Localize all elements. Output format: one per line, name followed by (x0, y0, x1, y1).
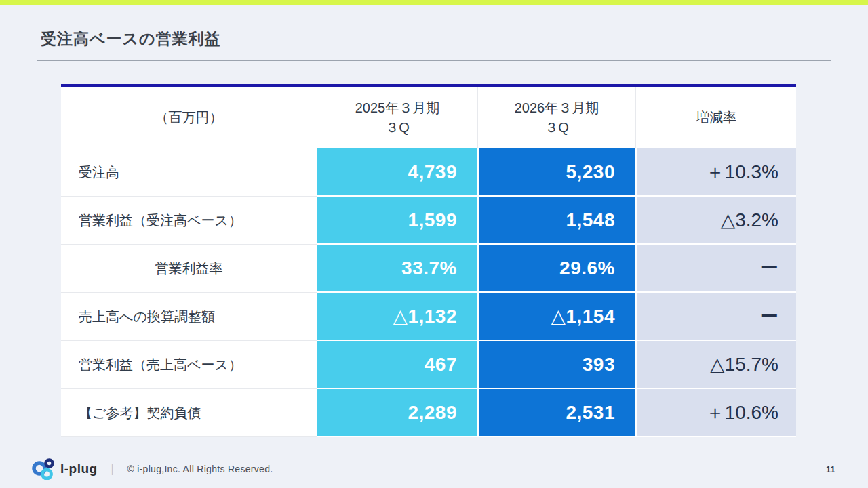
value-fy2025: 33.7% (317, 245, 477, 293)
copyright-text: © i-plug,Inc. All Rights Reserved. (127, 464, 273, 474)
value-fy2026: △1,154 (477, 293, 635, 341)
value-fy2025: 1,599 (317, 197, 477, 245)
header-fy2025-line2: ３Q (385, 118, 410, 138)
top-accent-bar (0, 0, 868, 5)
i-plug-logo-icon (31, 458, 56, 480)
value-change-rate: ー (635, 245, 796, 293)
value-fy2026: 29.6% (477, 245, 635, 293)
table-row-conversion-adjustment: 売上高への換算調整額 △1,132 △1,154 ー (61, 293, 796, 341)
header-fy2026-line1: 2026年３月期 (515, 98, 599, 118)
row-label: 営業利益（売上高ベース） (61, 341, 317, 389)
page-number: 11 (826, 464, 835, 474)
table-header-row: （百万円） 2025年３月期 ３Q 2026年３月期 ３Q 増減率 (61, 87, 796, 148)
title-divider (37, 60, 831, 61)
table-row-operating-margin: 営業利益率 33.7% 29.6% ー (61, 245, 796, 293)
header-fy2026-line2: ３Q (545, 118, 569, 138)
value-fy2026: 5,230 (477, 148, 635, 197)
value-fy2025: 2,289 (317, 389, 477, 437)
financial-table: （百万円） 2025年３月期 ３Q 2026年３月期 ３Q 増減率 受注高 4,… (61, 84, 796, 437)
value-change-rate: ー (635, 293, 796, 341)
value-fy2025: 467 (317, 341, 477, 389)
header-fy2025-line1: 2025年３月期 (355, 98, 440, 118)
value-change-rate: ＋10.6% (635, 389, 796, 437)
header-fy2026: 2026年３月期 ３Q (477, 87, 635, 148)
value-change-rate: ＋10.3% (635, 148, 796, 197)
header-change-rate: 増減率 (635, 87, 796, 148)
row-label: 営業利益（受注高ベース） (61, 197, 317, 245)
page-title: 受注高ベースの営業利益 (41, 28, 221, 49)
value-change-rate: △3.2% (635, 197, 796, 245)
row-label: 【ご参考】契約負債 (61, 389, 317, 437)
value-fy2025: 4,739 (317, 148, 477, 197)
value-fy2026: 1,548 (477, 197, 635, 245)
row-label: 売上高への換算調整額 (61, 293, 317, 341)
row-label: 営業利益率 (61, 245, 317, 293)
footer: i-plug ｜ © i-plug,Inc. All Rights Reserv… (31, 458, 273, 480)
i-plug-logo-text: i-plug (60, 462, 98, 476)
row-label: 受注高 (61, 148, 317, 197)
table-row-operating-profit-orders: 営業利益（受注高ベース） 1,599 1,548 △3.2% (61, 197, 796, 245)
value-change-rate: △15.7% (635, 341, 796, 389)
table-row-contract-liabilities: 【ご参考】契約負債 2,289 2,531 ＋10.6% (61, 389, 796, 437)
header-unit: （百万円） (61, 87, 317, 148)
footer-separator: ｜ (107, 462, 118, 476)
table-row-orders: 受注高 4,739 5,230 ＋10.3% (61, 148, 796, 197)
value-fy2026: 393 (477, 341, 635, 389)
table-row-operating-profit-sales: 営業利益（売上高ベース） 467 393 △15.7% (61, 341, 796, 389)
header-fy2025: 2025年３月期 ３Q (317, 87, 477, 148)
value-fy2026: 2,531 (477, 389, 635, 437)
value-fy2025: △1,132 (317, 293, 477, 341)
